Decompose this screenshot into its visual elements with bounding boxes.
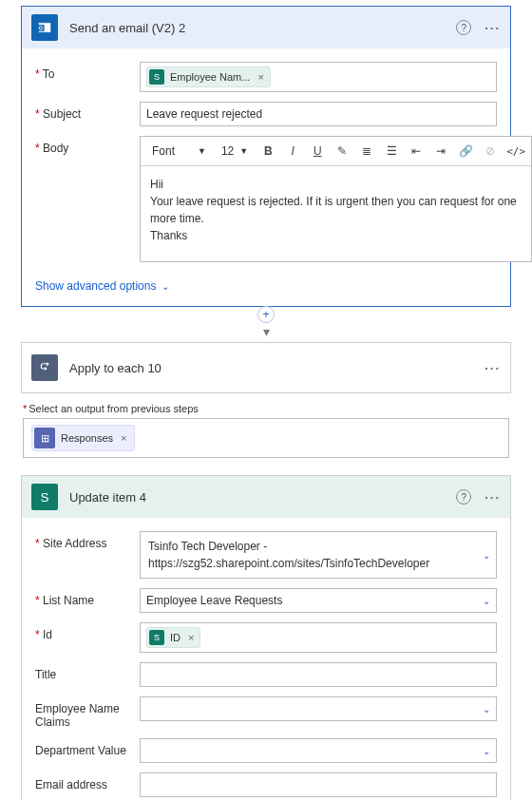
subject-label: Subject <box>35 102 140 121</box>
apply-each-header[interactable]: Apply to each 10 ··· <box>22 343 510 392</box>
chevron-down-icon[interactable]: ⌄ <box>483 746 490 756</box>
site-address-line1: Tsinfo Tech Developer - <box>148 540 473 553</box>
font-select[interactable]: Font ▼ <box>148 143 210 160</box>
remove-token-icon[interactable]: × <box>188 632 194 643</box>
output-select-field[interactable]: ⊞ Responses × <box>23 418 509 458</box>
site-address-label: Site Address <box>35 531 140 550</box>
caret-down-icon: ▼ <box>239 146 248 156</box>
subject-field[interactable]: Leave request rejected <box>140 102 497 126</box>
update-item-title: Update item 4 <box>69 490 456 505</box>
bullets-button[interactable]: ≣ <box>358 144 375 158</box>
body-line1: Hii <box>150 176 522 193</box>
loop-icon <box>31 354 58 381</box>
remove-token-icon[interactable]: × <box>121 432 126 444</box>
sharepoint-mini-icon: S <box>149 630 164 645</box>
title-label: Title <box>35 662 140 681</box>
help-icon[interactable]: ? <box>456 489 471 505</box>
to-field[interactable]: S Employee Nam... × <box>140 62 497 92</box>
output-select-label: *Select an output from previous steps <box>23 403 509 414</box>
list-name-value: Employee Leave Requests <box>146 594 282 607</box>
fontsize-select[interactable]: 12 ▼ <box>218 143 252 160</box>
chevron-down-icon[interactable]: ⌄ <box>483 596 490 606</box>
id-field[interactable]: S ID × <box>140 622 497 653</box>
title-field[interactable] <box>140 662 497 687</box>
bold-button[interactable]: B <box>259 144 276 158</box>
employee-name-label: Employee Name Claims <box>35 696 140 729</box>
show-advanced-link[interactable]: Show advanced options ⌄ <box>22 277 510 306</box>
sharepoint-mini-icon: S <box>149 69 164 85</box>
body-label: Body <box>35 136 140 155</box>
caret-down-icon: ▼ <box>198 146 206 156</box>
employee-name-field[interactable]: ⌄ <box>140 696 497 721</box>
responses-token[interactable]: ⊞ Responses × <box>31 425 135 451</box>
to-token[interactable]: S Employee Nam... × <box>146 67 271 87</box>
department-label: Department Value <box>35 738 140 757</box>
codeview-button[interactable]: </> <box>506 145 523 158</box>
email-label: Email address <box>35 772 140 791</box>
chevron-down-icon: ⌄ <box>162 281 169 292</box>
body-line2: Your leave request is rejected. If it is… <box>150 193 522 227</box>
link-button[interactable]: 🔗 <box>457 144 474 158</box>
remove-token-icon[interactable]: × <box>257 71 263 83</box>
email-field[interactable] <box>140 772 497 797</box>
more-menu-icon[interactable]: ··· <box>484 490 501 505</box>
highlight-button[interactable]: ✎ <box>333 144 351 158</box>
to-token-label: Employee Nam... <box>170 71 250 83</box>
send-email-header[interactable]: Send an email (V2) 2 ? ··· <box>22 7 510 48</box>
outlook-icon <box>31 14 58 41</box>
more-menu-icon[interactable]: ··· <box>484 21 501 35</box>
indent-right-button[interactable]: ⇥ <box>432 144 449 158</box>
body-text-area[interactable]: Hii Your leave request is rejected. If i… <box>141 166 531 261</box>
subject-value: Leave request rejected <box>146 107 262 121</box>
id-label: Id <box>35 622 140 641</box>
numbered-list-button[interactable]: ☰ <box>383 144 400 158</box>
help-icon[interactable]: ? <box>456 20 471 35</box>
forms-icon: ⊞ <box>34 428 55 448</box>
id-token[interactable]: S ID × <box>146 627 200 648</box>
body-line3: Thanks <box>150 227 522 244</box>
body-field[interactable]: Font ▼ 12 ▼ B I U ✎ ≣ ☰ ⇤ ⇥ 🔗 <box>140 136 532 262</box>
indent-left-button[interactable]: ⇤ <box>408 144 425 158</box>
to-label: To <box>35 62 140 81</box>
department-field[interactable]: ⌄ <box>140 738 497 763</box>
update-item-body: Site Address Tsinfo Tech Developer - htt… <box>22 518 510 800</box>
svg-rect-2 <box>37 25 45 31</box>
add-step-button[interactable]: + <box>257 306 275 323</box>
list-name-field[interactable]: Employee Leave Requests ⌄ <box>140 588 497 613</box>
chevron-down-icon[interactable]: ⌄ <box>483 550 490 561</box>
unlink-button[interactable]: ⊘ <box>482 144 499 158</box>
connector: + ▾ <box>0 306 532 338</box>
apply-each-card: Apply to each 10 ··· <box>21 342 511 393</box>
underline-button[interactable]: U <box>309 144 326 158</box>
update-item-header[interactable]: S Update item 4 ? ··· <box>22 476 510 518</box>
chevron-down-icon[interactable]: ⌄ <box>483 704 490 714</box>
sharepoint-icon: S <box>31 484 58 510</box>
more-menu-icon[interactable]: ··· <box>484 361 501 375</box>
update-item-card: S Update item 4 ? ··· Site Address Tsinf… <box>21 475 511 800</box>
list-name-label: List Name <box>35 588 140 607</box>
italic-button[interactable]: I <box>284 144 301 158</box>
site-address-field[interactable]: Tsinfo Tech Developer - https://szg52.sh… <box>140 531 497 579</box>
send-email-title: Send an email (V2) 2 <box>69 21 456 35</box>
site-address-line2: https://szg52.sharepoint.com/sites/Tsinf… <box>148 557 473 570</box>
send-email-card: Send an email (V2) 2 ? ··· To S Employee… <box>21 6 511 307</box>
send-email-body: To S Employee Nam... × Subject Leave req… <box>22 48 510 277</box>
arrow-down-icon: ▾ <box>263 325 270 338</box>
apply-each-title: Apply to each 10 <box>69 361 484 375</box>
rte-toolbar: Font ▼ 12 ▼ B I U ✎ ≣ ☰ ⇤ ⇥ 🔗 <box>141 137 531 166</box>
